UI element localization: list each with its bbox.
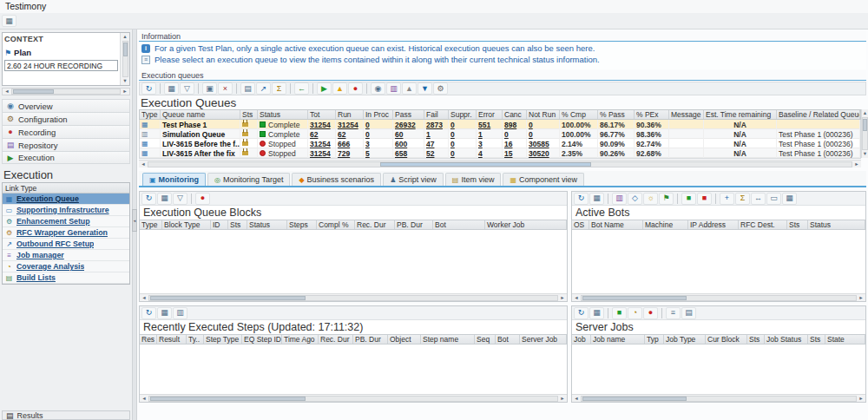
column-header[interactable]: Job name (591, 335, 645, 344)
scroll-right-icon[interactable]: ► (558, 395, 567, 403)
tab-item-view[interactable]: ▤Item view (445, 173, 502, 186)
column-header[interactable]: Pass (393, 110, 424, 119)
export-icon[interactable]: ↗ (256, 82, 271, 95)
sidebar-item-coverage-analysis[interactable]: ◔Coverage Analysis (3, 261, 129, 272)
sidebar-item-enhancement-setup[interactable]: ⚙Enhancement Setup (3, 216, 129, 227)
edit-icon[interactable]: ◇ (628, 193, 642, 205)
sidebar-item-build-lists[interactable]: ▤Build Lists (3, 272, 129, 284)
sidebar-item-repository[interactable]: ▤Repository (2, 138, 130, 151)
refresh-icon[interactable]: ↻ (574, 193, 589, 205)
tab-component-view[interactable]: ▦Component view (503, 173, 584, 186)
sidebar-item-supporting-infrastructure[interactable]: ▭Supporting Infrastructure (3, 205, 129, 216)
table-horizontal-scrollbar[interactable]: ◄ ► (139, 160, 861, 167)
stop-icon[interactable]: ● (195, 193, 210, 205)
scroll-thumb[interactable] (863, 119, 867, 131)
choose-layout-icon[interactable]: ▦ (589, 307, 604, 319)
refresh-icon[interactable]: ↻ (574, 307, 589, 319)
chart-icon[interactable]: ▥ (386, 82, 401, 95)
sum-icon[interactable]: Σ (735, 193, 750, 205)
scroll-track[interactable] (148, 396, 558, 402)
start-bot-icon[interactable]: ■ (681, 193, 696, 205)
column-header[interactable]: Bot (433, 220, 485, 229)
queue-row[interactable]: ▥Simulation QueueComplete626206010100100… (140, 129, 860, 139)
queue-row[interactable]: ▦Test Phase 1Complete3125431254026932287… (140, 120, 860, 129)
jobs-horizontal-scrollbar[interactable]: ◄ ► (572, 394, 865, 402)
column-header[interactable]: Worker Job (485, 220, 567, 229)
column-header[interactable]: Type (140, 220, 162, 229)
scroll-track[interactable] (581, 396, 857, 402)
choose-layout-icon[interactable]: ▦ (164, 82, 179, 95)
column-header[interactable]: Object (388, 335, 421, 344)
cancel-icon[interactable]: ● (643, 307, 658, 319)
column-header[interactable]: Time Ago (282, 335, 319, 344)
column-header[interactable]: EQ Step ID (242, 335, 282, 344)
queue-row[interactable]: ▦LIV-3615 After the fixStopped3125472956… (140, 148, 860, 158)
tab-monitoring[interactable]: ▣Monitoring (142, 173, 206, 186)
filter-icon[interactable]: ▽ (180, 82, 194, 95)
column-header[interactable]: Step name (421, 335, 475, 344)
column-header[interactable]: Server Job (520, 335, 567, 344)
column-header[interactable]: Error (477, 110, 503, 119)
column-header[interactable]: PB. Dur (353, 335, 388, 344)
scroll-track[interactable] (122, 41, 128, 77)
column-header[interactable]: Steps (287, 220, 317, 229)
scroll-left-icon[interactable]: ◄ (3, 88, 11, 95)
grid-icon[interactable]: ▤ (681, 307, 696, 319)
download-icon[interactable]: ▼ (418, 82, 432, 95)
settings-icon[interactable]: ⚙ (433, 82, 448, 95)
back-icon[interactable]: ← (294, 82, 309, 95)
column-header[interactable]: PB. Dur (395, 220, 433, 229)
scroll-left-icon[interactable]: ◄ (139, 161, 148, 168)
column-header[interactable]: % Pass (598, 110, 635, 119)
column-header[interactable]: Baseline / Related Queue (777, 110, 860, 119)
bots-horizontal-scrollbar[interactable]: ◄ ► (572, 293, 865, 301)
column-header[interactable]: Cur Block (706, 335, 747, 344)
column-header[interactable]: Status (258, 110, 308, 119)
schedule-icon[interactable]: ◔ (628, 307, 642, 319)
hint-icon[interactable]: ☼ (643, 193, 658, 205)
refresh-icon[interactable]: ↻ (141, 307, 156, 319)
sum-icon[interactable]: Σ (272, 82, 286, 95)
column-header[interactable]: ID (211, 220, 228, 229)
scroll-left-icon[interactable]: ◄ (572, 294, 581, 302)
column-header[interactable]: Bot (496, 335, 520, 344)
scroll-thumb[interactable] (123, 43, 128, 56)
column-header[interactable]: Job Status (765, 335, 808, 344)
details-icon[interactable]: ◉ (371, 82, 385, 95)
release-icon[interactable]: ■ (612, 307, 627, 319)
filter-icon[interactable]: ▽ (173, 193, 187, 205)
scroll-left-icon[interactable]: ◄ (140, 294, 148, 302)
column-header[interactable]: Est. Time remaining (704, 110, 777, 119)
scroll-down-icon[interactable]: ▼ (121, 77, 129, 85)
delete-icon[interactable]: × (218, 82, 233, 95)
column-header[interactable]: Queue name (161, 110, 240, 119)
column-header[interactable]: Machine (643, 220, 688, 229)
column-header[interactable]: Job (572, 335, 591, 344)
context-horizontal-scrollbar[interactable]: ◄ ► (2, 88, 130, 95)
chart-icon[interactable]: ▥ (612, 193, 627, 205)
scroll-thumb[interactable] (150, 296, 306, 300)
choose-layout-icon[interactable]: ▦ (157, 307, 172, 319)
recent-horizontal-scrollbar[interactable]: ◄ ► (140, 394, 567, 402)
scroll-track[interactable] (862, 117, 868, 150)
scroll-track[interactable] (148, 161, 852, 167)
column-header[interactable]: Res (140, 335, 157, 344)
table-vertical-scrollbar[interactable]: ▲ ▼ (861, 109, 868, 158)
tab-business-scenarios[interactable]: ◆Business scenarios (292, 173, 381, 186)
scroll-thumb[interactable] (582, 397, 687, 401)
column-header[interactable]: Sts (240, 110, 258, 119)
column-header[interactable]: Typ (645, 335, 664, 344)
column-header[interactable]: Sts (808, 335, 825, 344)
chart-icon[interactable]: ▥ (173, 307, 187, 319)
column-header[interactable]: RFC Dest. (739, 220, 787, 229)
column-header[interactable]: Result (157, 335, 187, 344)
column-header[interactable]: In Proc (364, 110, 393, 119)
scroll-right-icon[interactable]: ► (121, 88, 129, 95)
column-header[interactable]: Tot (308, 110, 336, 119)
stop-bot-icon[interactable]: ■ (697, 193, 712, 205)
scroll-right-icon[interactable]: ► (852, 161, 861, 168)
refresh-icon[interactable]: ↻ (141, 193, 156, 205)
column-header[interactable]: Sts (228, 220, 247, 229)
column-header[interactable]: Block Type (162, 220, 211, 229)
choose-layout-icon[interactable]: ▦ (157, 193, 172, 205)
